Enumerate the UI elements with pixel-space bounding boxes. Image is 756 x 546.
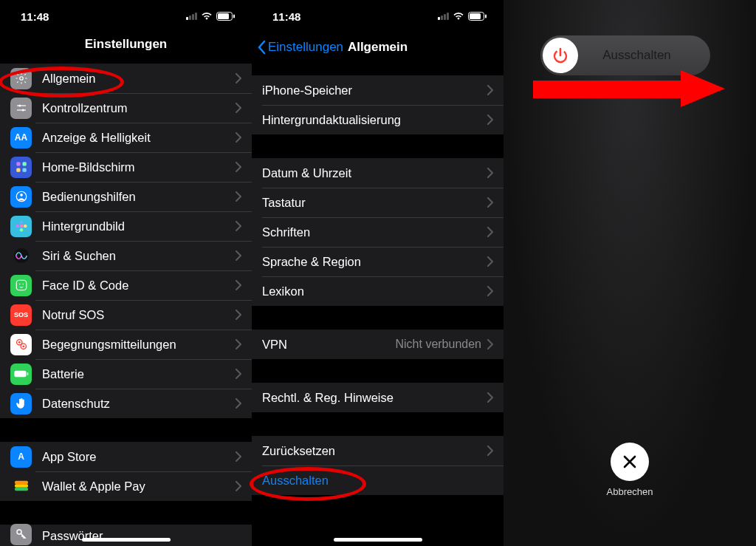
row-battery-label: Batterie xyxy=(42,367,236,381)
svg-rect-34 xyxy=(470,13,481,19)
row-legal[interactable]: Rechtl. & Reg. Hinweise xyxy=(252,383,504,412)
svg-rect-2 xyxy=(233,15,235,18)
row-display-label: Anzeige & Helligkeit xyxy=(42,131,236,145)
wifi-icon xyxy=(201,12,213,21)
power-knob[interactable] xyxy=(543,38,578,73)
row-home-label: Home-Bildschirm xyxy=(42,160,236,174)
row-lang[interactable]: Sprache & Region xyxy=(252,247,504,276)
close-icon xyxy=(621,453,639,471)
chevron-right-icon xyxy=(236,451,241,462)
row-shutdown[interactable]: Ausschalten xyxy=(252,465,504,495)
row-faceid-label: Face ID & Code xyxy=(42,279,236,293)
home-icon xyxy=(10,157,32,178)
accessibility-icon xyxy=(10,186,32,208)
row-vpn[interactable]: VPNNicht verbunden xyxy=(252,330,504,359)
row-storage-label: iPhone-Speicher xyxy=(262,83,487,98)
row-display[interactable]: AAAnzeige & Helligkeit xyxy=(0,123,252,152)
nav-header: Einstellungen Allgemein xyxy=(252,33,504,62)
row-appstore-label: App Store xyxy=(42,450,236,464)
row-siri-label: Siri & Suchen xyxy=(42,249,236,263)
row-appstore[interactable]: AApp Store xyxy=(0,442,252,471)
row-bg-label: Hintergrundaktualisierung xyxy=(262,113,487,127)
row-battery[interactable]: Batterie xyxy=(0,359,252,389)
row-general[interactable]: Allgemein xyxy=(0,64,252,93)
settings-root-screen: 11:48 Einstellungen AllgemeinKontrollzen… xyxy=(0,0,252,546)
chevron-right-icon xyxy=(236,369,241,379)
battery-icon xyxy=(10,364,32,385)
row-privacy[interactable]: Datenschutz xyxy=(0,389,252,418)
svg-rect-11 xyxy=(22,168,26,172)
chevron-right-icon xyxy=(236,73,241,83)
row-general-label: Allgemein xyxy=(42,72,236,86)
row-wallpaper[interactable]: Hintergrundbild xyxy=(0,211,252,241)
faceid-icon xyxy=(10,275,32,296)
home-indicator[interactable] xyxy=(82,538,171,542)
row-faceid[interactable]: Face ID & Code xyxy=(0,270,252,300)
general-icon xyxy=(10,68,32,89)
svg-rect-28 xyxy=(27,372,28,375)
row-sos[interactable]: SOSNotruf SOS xyxy=(0,300,252,330)
wallpaper-icon xyxy=(10,216,32,237)
chevron-right-icon xyxy=(487,168,493,178)
control-icon xyxy=(10,98,32,119)
row-dict-label: Lexikon xyxy=(262,284,487,298)
status-right xyxy=(186,12,236,21)
back-button[interactable]: Einstellungen xyxy=(252,40,343,55)
svg-point-3 xyxy=(19,77,23,81)
chevron-right-icon xyxy=(236,132,241,143)
battery-icon xyxy=(468,12,487,21)
row-bg[interactable]: Hintergrundaktualisierung xyxy=(252,105,504,134)
settings-general-screen: 11:48 Einstellungen Allgemein iPhone-Spe… xyxy=(252,0,504,546)
row-dict[interactable]: Lexikon xyxy=(252,276,504,306)
slide-label: Ausschalten xyxy=(578,48,710,63)
home-indicator[interactable] xyxy=(334,538,422,542)
row-wallet[interactable]: Wallet & Apple Pay xyxy=(0,471,252,501)
row-date-label: Datum & Uhrzeit xyxy=(262,166,487,180)
chevron-right-icon xyxy=(236,481,241,491)
status-bar: 11:48 xyxy=(0,0,252,33)
cancel-button[interactable] xyxy=(611,443,649,481)
power-off-screen: Ausschalten Abbrechen xyxy=(504,0,756,546)
cellular-signal-icon xyxy=(186,13,197,20)
row-wallpaper-label: Hintergrundbild xyxy=(42,219,236,233)
status-bar: 11:48 xyxy=(252,0,504,33)
svg-point-26 xyxy=(22,345,24,347)
row-privacy-label: Datenschutz xyxy=(42,397,236,411)
chevron-right-icon xyxy=(487,256,493,267)
chevron-right-icon xyxy=(236,250,241,261)
row-home[interactable]: Home-Bildschirm xyxy=(0,152,252,182)
row-storage[interactable]: iPhone-Speicher xyxy=(252,75,504,105)
svg-point-25 xyxy=(18,341,20,344)
row-control-label: Kontrollzentrum xyxy=(42,101,236,115)
svg-point-16 xyxy=(24,225,27,228)
svg-rect-35 xyxy=(485,15,487,18)
chevron-right-icon xyxy=(487,197,493,208)
svg-rect-27 xyxy=(14,371,26,377)
row-accessibility[interactable]: Bedienungshilfen xyxy=(0,182,252,211)
svg-point-15 xyxy=(19,221,23,225)
row-control[interactable]: Kontrollzentrum xyxy=(0,93,252,123)
row-exposure[interactable]: Begegnungsmitteilungen xyxy=(0,330,252,359)
slide-to-power-off[interactable]: Ausschalten xyxy=(540,35,710,75)
svg-rect-38 xyxy=(533,81,688,98)
row-fonts[interactable]: Schriften xyxy=(252,217,504,247)
svg-point-7 xyxy=(21,109,24,112)
svg-marker-39 xyxy=(681,70,725,107)
chevron-right-icon xyxy=(487,446,493,456)
exposure-icon xyxy=(10,334,32,355)
row-exposure-label: Begegnungsmitteilungen xyxy=(42,338,236,352)
chevron-right-icon xyxy=(487,286,493,296)
row-date[interactable]: Datum & Uhrzeit xyxy=(252,158,504,188)
cancel-label: Abbrechen xyxy=(607,486,653,497)
status-time: 11:48 xyxy=(21,10,49,23)
row-keyboard[interactable]: Tastatur xyxy=(252,188,504,217)
chevron-right-icon xyxy=(236,162,241,172)
svg-rect-8 xyxy=(16,162,20,165)
row-siri[interactable]: Siri & Suchen xyxy=(0,241,252,270)
chevron-right-icon xyxy=(236,280,241,290)
svg-point-17 xyxy=(19,228,23,232)
row-reset[interactable]: Zurücksetzen xyxy=(252,436,504,465)
row-lang-label: Sprache & Region xyxy=(262,255,487,269)
sos-icon: SOS xyxy=(10,304,32,326)
chevron-right-icon xyxy=(236,103,241,113)
